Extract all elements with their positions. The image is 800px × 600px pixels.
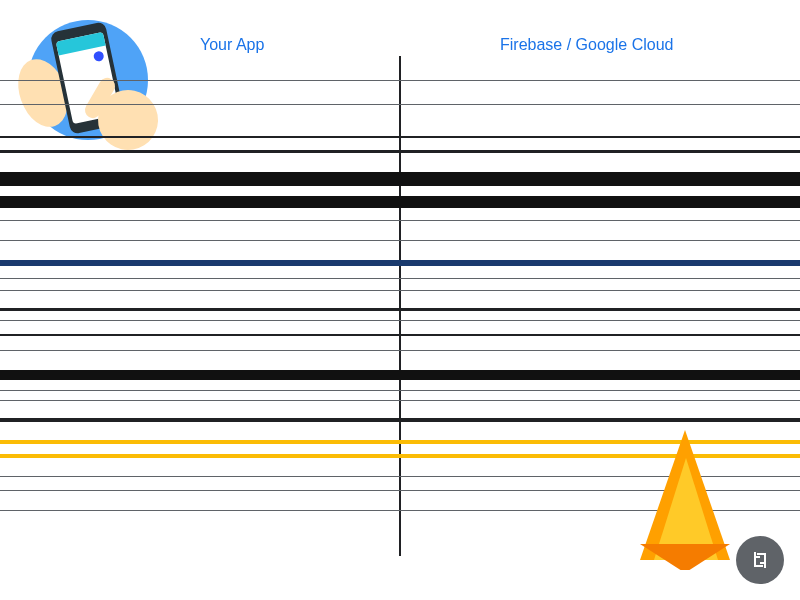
center-divider	[399, 56, 401, 556]
sync-button[interactable]	[736, 536, 784, 584]
column-header-left: Your App	[200, 36, 264, 54]
firebase-logo	[630, 430, 740, 570]
sync-icon	[748, 548, 772, 572]
column-header-right: Firebase / Google Cloud	[500, 36, 673, 54]
